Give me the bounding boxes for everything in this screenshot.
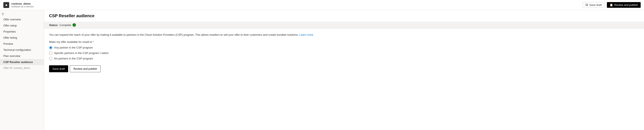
required-marker: * [93, 40, 94, 44]
publish-icon: 📋 [610, 3, 613, 7]
save-draft-button[interactable]: Save draft [49, 65, 68, 72]
page-header: CSP Reseller audience [44, 10, 644, 22]
learn-more-link[interactable]: Learn more [299, 33, 313, 36]
app-icon: ■ [3, 2, 9, 8]
radio-none-label: No partners in the CSP program [54, 57, 93, 60]
app-subtitle: Software as a Service [11, 5, 34, 8]
main-layout: ☰ Offer overview Offer setup Properties … [0, 10, 644, 130]
radio-any-input[interactable] [49, 46, 52, 49]
top-bar: ■ contoso_demo Software as a Service 🖫 S… [0, 0, 644, 10]
button-row: Save draft Review and publish [49, 65, 639, 72]
sidebar-item-properties[interactable]: Properties [0, 29, 44, 35]
sidebar-item-offer-listing[interactable]: Offer listing [0, 35, 44, 41]
sidebar-item-csp-reseller-audience[interactable]: CSP Reseller audience [0, 59, 44, 65]
topbar-save-draft-button[interactable]: 🖫 Save draft [582, 2, 604, 8]
sidebar-toggle[interactable]: ☰ [0, 12, 44, 16]
description-text: You can expand the reach of your offer b… [49, 33, 639, 37]
sidebar-item-technical-configuration[interactable]: Technical configuration [0, 47, 44, 53]
resell-label: Make my offer available for resell to * [49, 40, 639, 44]
sidebar-toggle-icon: ☰ [2, 13, 4, 16]
radio-option-specific[interactable]: Specific partners in the CSP program I s… [49, 51, 639, 55]
radio-option-any[interactable]: Any partner in the CSP program [49, 46, 639, 49]
page-title: CSP Reseller audience [49, 14, 639, 18]
radio-specific-label: Specific partners in the CSP program I s… [54, 51, 108, 55]
radio-any-label: Any partner in the CSP program [54, 46, 93, 49]
top-bar-actions: 🖫 Save draft 📋 Review and publish [582, 2, 641, 8]
resell-radio-group: Any partner in the CSP program Specific … [49, 46, 639, 60]
radio-none-input[interactable] [49, 57, 52, 60]
status-value: Complete [60, 24, 71, 27]
radio-specific-input[interactable] [49, 51, 52, 55]
topbar-review-publish-button[interactable]: 📋 Review and publish [607, 2, 641, 8]
status-bar: Status: Complete ✓ [44, 22, 644, 29]
status-label: Status: [49, 24, 58, 27]
status-complete-icon: ✓ [72, 23, 76, 27]
sidebar-item-preview[interactable]: Preview [0, 41, 44, 47]
sidebar-item-offer-overview[interactable]: Offer overview [0, 16, 44, 23]
sidebar-item-offer-setup[interactable]: Offer setup [0, 23, 44, 29]
sidebar-offer-id: Offer ID: contoso_demo [0, 65, 44, 71]
app-title: contoso_demo Software as a Service [11, 2, 34, 8]
app-name: contoso_demo [11, 2, 34, 5]
app-branding: ■ contoso_demo Software as a Service [3, 2, 34, 8]
review-publish-button[interactable]: Review and publish [70, 65, 100, 72]
topbar-save-draft-label: Save draft [589, 3, 602, 7]
save-icon: 🖫 [585, 3, 588, 7]
content-area: CSP Reseller audience Status: Complete ✓… [44, 10, 644, 130]
sidebar-item-plan-overview[interactable]: Plan overview [0, 53, 44, 59]
radio-option-none[interactable]: No partners in the CSP program [49, 57, 639, 60]
sidebar: ☰ Offer overview Offer setup Properties … [0, 10, 44, 130]
topbar-review-publish-label: Review and publish [614, 3, 638, 7]
content-body: You can expand the reach of your offer b… [44, 29, 644, 76]
